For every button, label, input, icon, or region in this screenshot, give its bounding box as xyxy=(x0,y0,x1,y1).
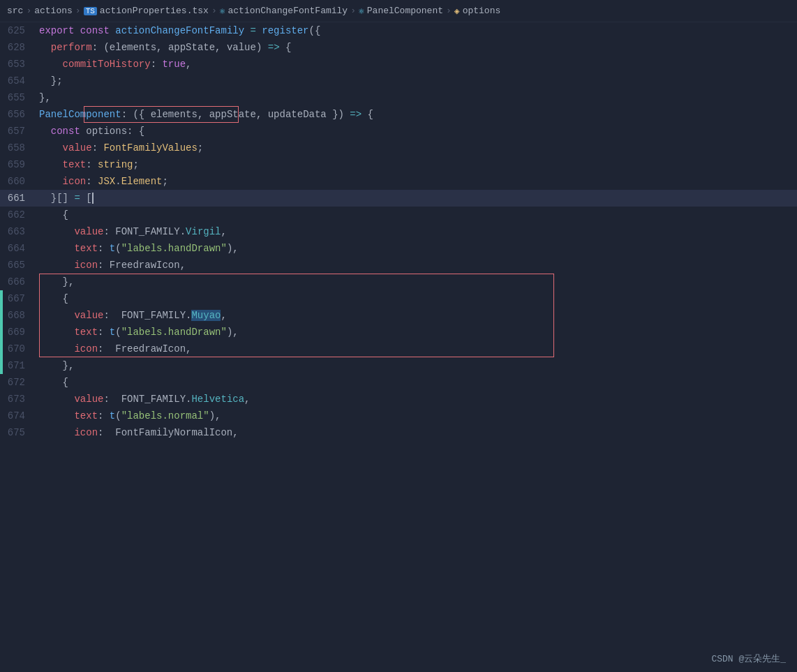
green-bar-668 xyxy=(0,307,3,324)
code-line-656: 656 PanelComponent: ({ elements, appStat… xyxy=(0,106,797,123)
code-line-665: 665 icon: FreedrawIcon, xyxy=(0,257,797,274)
watermark: CSDN @云朵先生_ xyxy=(711,652,786,665)
breadcrumb-panel[interactable]: PanelComponent xyxy=(367,6,443,16)
code-line-675: 675 icon: FontFamilyNormalIcon, xyxy=(0,424,797,441)
code-line-672: 672 { xyxy=(0,374,797,391)
react-icon-1: ⚛ xyxy=(220,6,225,17)
breadcrumb-func[interactable]: actionChangeFontFamily xyxy=(228,6,348,16)
code-line-668: 668 value: FONT_FAMILY.Muyao, xyxy=(0,307,797,324)
green-bar-670 xyxy=(0,341,3,357)
code-line-655: 655 }, xyxy=(0,89,797,106)
code-line-664: 664 text: t("labels.handDrawn"), xyxy=(0,240,797,257)
breadcrumb-actions[interactable]: actions xyxy=(34,6,73,16)
code-line-657: 657 const options: { xyxy=(0,123,797,140)
code-line-661: 661 }[] = [ xyxy=(0,190,797,207)
var-icon: ◈ xyxy=(454,6,460,17)
breadcrumb-options[interactable]: options xyxy=(463,6,501,16)
breadcrumb-file[interactable]: actionProperties.tsx xyxy=(100,6,209,16)
code-line-625: 625 export const actionChangeFontFamily … xyxy=(0,22,797,39)
code-line-628: 628 perform: (elements, appState, value)… xyxy=(0,39,797,56)
muyao-highlight: Muyao xyxy=(191,310,221,321)
breadcrumb-src[interactable]: src xyxy=(7,6,23,16)
code-line-660: 660 icon: JSX.Element; xyxy=(0,173,797,190)
code-line-667: 667 { xyxy=(0,290,797,307)
code-line-674: 674 text: t("labels.normal"), xyxy=(0,408,797,424)
green-bar-671 xyxy=(0,357,3,374)
code-line-653: 653 commitToHistory: true, xyxy=(0,56,797,73)
code-line-663: 663 value: FONT_FAMILY.Virgil, xyxy=(0,223,797,240)
breadcrumb: src › actions › TS actionProperties.tsx … xyxy=(0,0,797,22)
green-bar-667 xyxy=(0,290,3,307)
code-line-662: 662 { xyxy=(0,207,797,223)
code-line-654: 654 }; xyxy=(0,73,797,89)
code-editor[interactable]: 625 export const actionChangeFontFamily … xyxy=(0,22,797,672)
code-line-666: 666 }, xyxy=(0,274,797,290)
code-line-670: 670 icon: FreedrawIcon, xyxy=(0,341,797,357)
code-line-671: 671 }, xyxy=(0,357,797,374)
code-line-659: 659 text: string; xyxy=(0,156,797,173)
ts-icon: TS xyxy=(84,7,97,15)
code-line-673: 673 value: FONT_FAMILY.Helvetica, xyxy=(0,391,797,408)
green-bar-669 xyxy=(0,324,3,341)
react-icon-2: ⚛ xyxy=(359,6,364,17)
code-line-669: 669 text: t("labels.handDrawn"), xyxy=(0,324,797,341)
code-line-658: 658 value: FontFamilyValues; xyxy=(0,140,797,156)
